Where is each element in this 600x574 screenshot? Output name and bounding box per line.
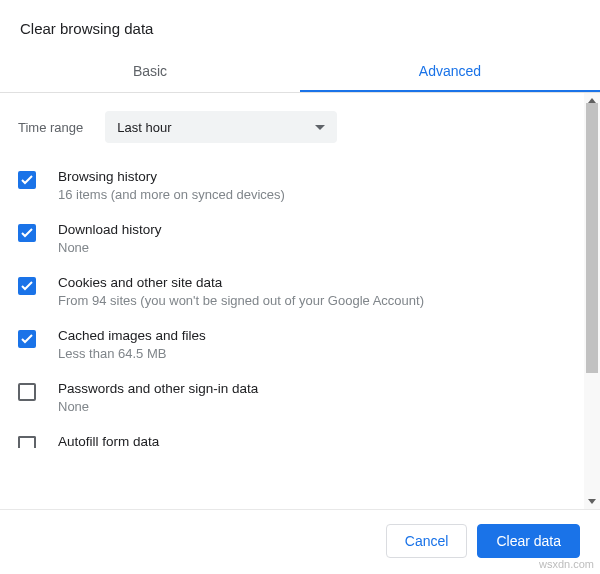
cancel-button[interactable]: Cancel [386, 524, 468, 558]
scroll-thumb[interactable] [586, 103, 598, 373]
time-range-value: Last hour [117, 120, 171, 135]
item-subtitle: 16 items (and more on synced devices) [58, 187, 566, 202]
check-icon [21, 175, 33, 185]
tab-advanced[interactable]: Advanced [300, 51, 600, 92]
item-subtitle: None [58, 399, 566, 414]
list-item: Cookies and other site data From 94 site… [18, 275, 566, 308]
item-subtitle: None [58, 240, 566, 255]
item-text: Cached images and files Less than 64.5 M… [58, 328, 566, 361]
item-title: Cookies and other site data [58, 275, 566, 290]
checkbox-cookies[interactable] [18, 277, 36, 295]
checkbox-browsing-history[interactable] [18, 171, 36, 189]
tab-bar: Basic Advanced [0, 51, 600, 93]
item-subtitle: Less than 64.5 MB [58, 346, 566, 361]
checkbox-autofill[interactable] [18, 436, 36, 448]
item-title: Cached images and files [58, 328, 566, 343]
time-range-select[interactable]: Last hour [105, 111, 337, 143]
checkbox-download-history[interactable] [18, 224, 36, 242]
list-item: Autofill form data [18, 434, 566, 454]
tab-basic[interactable]: Basic [0, 51, 300, 92]
list-item: Cached images and files Less than 64.5 M… [18, 328, 566, 361]
check-icon [21, 334, 33, 344]
scroll-content: Time range Last hour Browsing history 16… [0, 93, 584, 509]
dialog-title: Clear browsing data [0, 0, 600, 51]
list-item: Download history None [18, 222, 566, 255]
caret-down-icon [315, 125, 325, 130]
item-text: Download history None [58, 222, 566, 255]
vertical-scrollbar[interactable] [584, 93, 600, 509]
item-title: Passwords and other sign-in data [58, 381, 566, 396]
item-title: Download history [58, 222, 566, 237]
dialog-footer: Cancel Clear data [0, 510, 600, 574]
item-text: Passwords and other sign-in data None [58, 381, 566, 414]
content-area: Time range Last hour Browsing history 16… [0, 93, 600, 510]
item-text: Autofill form data [58, 434, 566, 452]
item-title: Autofill form data [58, 434, 566, 449]
item-text: Browsing history 16 items (and more on s… [58, 169, 566, 202]
list-item: Passwords and other sign-in data None [18, 381, 566, 414]
item-text: Cookies and other site data From 94 site… [58, 275, 566, 308]
check-icon [21, 228, 33, 238]
item-title: Browsing history [58, 169, 566, 184]
time-range-row: Time range Last hour [18, 111, 566, 143]
time-range-label: Time range [18, 120, 83, 135]
clear-data-button[interactable]: Clear data [477, 524, 580, 558]
checkbox-cache[interactable] [18, 330, 36, 348]
checkbox-passwords[interactable] [18, 383, 36, 401]
item-subtitle: From 94 sites (you won't be signed out o… [58, 293, 566, 308]
scroll-down-icon[interactable] [588, 499, 596, 504]
check-icon [21, 281, 33, 291]
list-item: Browsing history 16 items (and more on s… [18, 169, 566, 202]
clear-browsing-data-dialog: Clear browsing data Basic Advanced Time … [0, 0, 600, 574]
